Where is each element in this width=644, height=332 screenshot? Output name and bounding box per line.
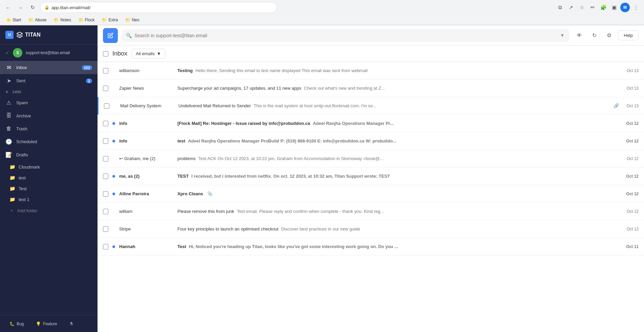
bookmark-neo[interactable]: 📁 Neo [123, 17, 142, 23]
bookmark-notes[interactable]: 📁 Notes [51, 17, 73, 23]
email-checkbox[interactable] [103, 68, 108, 73]
email-checkbox[interactable] [103, 174, 108, 179]
extensions-icon[interactable]: 🧩 [599, 3, 608, 12]
email-sender: Mail Delivery System [120, 103, 174, 108]
nav-label-drafts: Drafts [16, 152, 92, 157]
email-checkbox[interactable] [103, 156, 108, 161]
nav-item-trash[interactable]: 🗑 Trash [0, 122, 98, 135]
email-preview: Discover best practices in our new guide [281, 226, 618, 231]
email-row[interactable]: Mail Delivery System Undelivered Mail Re… [98, 97, 644, 115]
bookmarks-bar: ⭐ Start 📁 Abuse 📁 Notes 📁 Flock 📁 Extra … [0, 15, 644, 25]
compose-button[interactable] [103, 28, 118, 43]
bookmark-start[interactable]: ⭐ Start [3, 17, 24, 23]
filter-dropdown-button[interactable]: All emails ▼ [131, 49, 166, 59]
email-date: Oct 12 [622, 174, 639, 179]
email-row[interactable]: Alline Parreira Xpro Cleans 📎 Oct 12 [98, 185, 644, 203]
search-icon: 🔍 [126, 33, 132, 38]
nav-item-drafts[interactable]: 📝 Drafts [0, 148, 98, 161]
email-row[interactable]: Zapier News Supercharge your ad campaign… [98, 80, 644, 97]
refresh-button[interactable]: ↻ [28, 3, 37, 12]
nav-item-spam[interactable]: ⚠ Spam [0, 96, 98, 109]
app-container: M TITAN ✓ S support-test@titan.email ✉ I… [0, 25, 644, 332]
bookmark-abuse[interactable]: 📁 Abuse [26, 17, 49, 23]
email-checkbox[interactable] [103, 86, 108, 91]
profile-avatar[interactable]: M [620, 3, 630, 12]
email-row[interactable]: Stripe Four key principles to launch an … [98, 220, 644, 238]
browser-toolbar: ← → ↻ 🔒 ⧉ ↗ ☆ ✏ 🧩 ▣ M ⋮ [0, 0, 644, 15]
email-checkbox[interactable] [103, 244, 108, 249]
help-button[interactable]: Help [618, 30, 639, 40]
email-checkbox[interactable] [103, 121, 108, 126]
email-date: Oct 12 [622, 192, 639, 196]
back-button[interactable]: ← [3, 3, 13, 12]
email-preview: Adeel Ranjha Operations Manager Pr... [313, 121, 618, 126]
edit-icon[interactable]: ✏ [588, 3, 597, 12]
plus-icon: ＋ [9, 207, 14, 214]
url-input[interactable] [51, 5, 273, 10]
nav-item-archive[interactable]: 🗄 Archive [0, 109, 98, 122]
folder-icon: 📁 [54, 18, 59, 22]
folder-test-lowercase[interactable]: 📁 test [0, 172, 98, 183]
nav-item-sent[interactable]: ➤ Sent 1 [0, 74, 98, 87]
email-date: Oct 13 [622, 104, 639, 108]
email-sender: william [119, 209, 173, 214]
folder-cloudmark[interactable]: 📁 Cloudmark [0, 161, 98, 172]
email-checkbox[interactable] [103, 209, 108, 214]
account-selector[interactable]: ✓ S support-test@titan.email [0, 45, 98, 61]
search-input[interactable] [134, 33, 557, 38]
trash-icon: 🗑 [5, 126, 12, 132]
share-icon[interactable]: ↗ [566, 3, 576, 12]
bookmark-flock[interactable]: 📁 Flock [76, 17, 98, 23]
bookmark-extra[interactable]: 📁 Extra [99, 17, 121, 23]
email-content: Undelivered Mail Returned to Sender This… [178, 103, 609, 108]
sidebar-icon[interactable]: ▣ [609, 3, 619, 12]
forward-button[interactable]: → [16, 3, 25, 12]
filter-label: All emails [136, 51, 155, 56]
bookmark-icon[interactable]: ☆ [577, 3, 586, 12]
view-toggle-button[interactable]: 👁 [573, 29, 585, 42]
search-dropdown-button[interactable]: ▼ [559, 32, 565, 39]
menu-icon[interactable]: ⋮ [631, 3, 641, 12]
email-content: Xpro Cleans 📎 [177, 191, 618, 196]
email-sender: ↩Graham, me (2) [119, 156, 173, 161]
email-subject: Xpro Cleans [177, 191, 203, 196]
top-bar-actions: 👁 ↻ ⚙ Help [573, 29, 639, 42]
email-row[interactable]: william Please remove this from junk Tes… [98, 203, 644, 220]
account-email: support-test@titan.email [26, 50, 92, 55]
select-all-checkbox[interactable] [103, 51, 108, 57]
star-icon: ⭐ [6, 18, 11, 22]
feature-button[interactable]: 💡 Feature [32, 319, 61, 328]
email-checkbox[interactable] [103, 226, 108, 232]
email-row[interactable]: Hannah Test Hi, Noticed you're heading u… [98, 238, 644, 256]
lab-button[interactable]: ⚗ [65, 319, 77, 328]
email-row[interactable]: me, as (2) TEST I received, but i intere… [98, 168, 644, 185]
attachment-icon: 📎 [207, 191, 213, 196]
email-checkbox[interactable] [103, 191, 108, 197]
email-subject: problems [177, 156, 195, 161]
folder-test1[interactable]: 📁 test 1 [0, 194, 98, 205]
email-sender: info [119, 121, 173, 126]
account-dropdown[interactable]: M TITAN [5, 31, 41, 39]
address-bar[interactable]: 🔒 [40, 2, 277, 13]
nav-item-scheduled[interactable]: 🕐 Scheduled [0, 135, 98, 148]
email-checkbox[interactable] [103, 138, 108, 144]
email-meta: Oct 12 [622, 227, 639, 231]
email-row[interactable]: ↩Graham, me (2) problems Test ACK On Oct… [98, 150, 644, 168]
lightbulb-icon: 💡 [36, 322, 41, 326]
bug-button[interactable]: 🐛 Bug [5, 319, 28, 328]
add-folder-button[interactable]: ＋ Add folder [0, 205, 98, 216]
email-row[interactable]: info test Adeel Ranjha Operations Manage… [98, 132, 644, 150]
chevron-down-icon: ▼ [157, 51, 161, 56]
folder-test-capitalized[interactable]: 📁 Test [0, 183, 98, 194]
settings-button[interactable]: ⚙ [603, 29, 615, 42]
nav-less-toggle[interactable]: ∧ Less [0, 87, 98, 96]
email-row[interactable]: info [Flock Mail] Re: Hostinger - Issue … [98, 115, 644, 132]
email-row[interactable]: williamson Testing Hello there, Sending … [98, 62, 644, 80]
nav-item-inbox[interactable]: ✉ Inbox 102 [0, 61, 98, 74]
email-preview: This is the mail system at host smtp-out… [254, 103, 609, 108]
new-window-icon[interactable]: ⧉ [555, 3, 565, 12]
refresh-emails-button[interactable]: ↻ [588, 29, 600, 42]
folder-label-test-lowercase: test [19, 175, 26, 180]
email-checkbox[interactable] [104, 103, 109, 109]
top-bar: 🔍 ▼ 👁 ↻ ⚙ Help [98, 25, 644, 46]
